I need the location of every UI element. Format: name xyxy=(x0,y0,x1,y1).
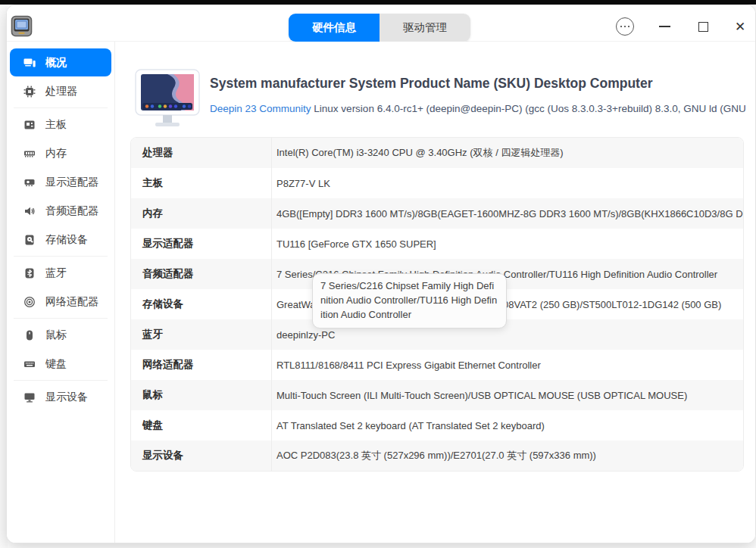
sidebar-item-overview[interactable]: 概况 xyxy=(10,48,111,76)
row-value: AT Translated Set 2 keyboard (AT Transla… xyxy=(271,410,743,441)
sidebar-item-label: 显示设备 xyxy=(45,391,88,404)
sidebar-divider xyxy=(14,318,108,319)
sidebar-item-label: 音频适配器 xyxy=(45,204,98,218)
row-value: Intel(R) Core(TM) i3-3240 CPU @ 3.40GHz … xyxy=(271,138,743,168)
sidebar-item-display-adapter[interactable]: 显示适配器 xyxy=(10,168,111,196)
device-manager-app-icon xyxy=(11,15,33,37)
row-label: 处理器 xyxy=(131,138,271,168)
row-label: 音频适配器 xyxy=(131,259,271,289)
table-row-memory[interactable]: 内存 4GB([Empty] DDR3 1600 MT/s)/8GB(EAGET… xyxy=(131,198,743,229)
table-row-processor[interactable]: 处理器 Intel(R) Core(TM) i3-3240 CPU @ 3.40… xyxy=(131,138,743,168)
maximize-icon[interactable] xyxy=(693,17,713,36)
sidebar-item-label: 网络适配器 xyxy=(45,295,98,309)
minimize-icon[interactable] xyxy=(654,17,674,36)
sidebar-divider xyxy=(14,256,108,257)
ellipsis-menu-icon[interactable] xyxy=(615,17,635,36)
row-label: 蓝牙 xyxy=(131,319,271,350)
row-label: 内存 xyxy=(131,198,271,229)
table-row-motherboard[interactable]: 主板 P8Z77-V LK xyxy=(131,168,743,198)
sidebar-item-label: 存储设备 xyxy=(45,233,88,247)
row-value: 4GB([Empty] DDR3 1600 MT/s)/8GB(EAGET-16… xyxy=(271,198,743,229)
close-icon[interactable]: ✕ xyxy=(730,17,750,36)
monitor-icon xyxy=(23,391,36,403)
tab-driver-management[interactable]: 驱动管理 xyxy=(380,14,470,42)
sidebar-item-network-adapter[interactable]: 网络适配器 xyxy=(10,288,111,316)
sidebar-item-label: 内存 xyxy=(45,147,67,160)
sidebar-item-mouse[interactable]: 鼠标 xyxy=(10,321,111,349)
storage-icon xyxy=(23,234,36,246)
row-label: 显示设备 xyxy=(131,441,271,471)
row-label: 显示适配器 xyxy=(131,229,271,259)
row-value: P8Z77-V LK xyxy=(271,168,743,198)
os-kernel-text: Linux version 6.4.0-rc1+ (deepin@deepin-… xyxy=(314,103,749,114)
sidebar-item-processor[interactable]: 处理器 xyxy=(10,77,111,105)
os-edition-link[interactable]: Deepin 23 Community xyxy=(210,103,311,114)
mode-tab-group: 硬件信息 驱动管理 xyxy=(289,14,470,42)
sidebar-item-label: 显示适配器 xyxy=(45,176,98,189)
row-label: 主板 xyxy=(131,168,271,198)
sidebar-item-display-device[interactable]: 显示设备 xyxy=(10,383,111,411)
sidebar-item-memory[interactable]: 内存 xyxy=(10,139,111,167)
titlebar[interactable]: 硬件信息 驱动管理 ✕ xyxy=(7,5,755,42)
row-value: Multi-Touch Screen (ILI Multi-Touch Scre… xyxy=(271,380,743,410)
sidebar-item-keyboard[interactable]: 键盘 xyxy=(10,350,111,378)
table-row-mouse[interactable]: 鼠标 Multi-Touch Screen (ILI Multi-Touch S… xyxy=(131,380,743,410)
row-value: RTL8111/8168/8411 PCI Express Gigabit Et… xyxy=(271,350,743,380)
row-value: TU116 [GeForce GTX 1650 SUPER] xyxy=(271,229,743,259)
mouse-icon xyxy=(23,329,36,341)
sidebar-item-label: 蓝牙 xyxy=(45,266,67,280)
table-row-network-adapter[interactable]: 网络适配器 RTL8111/8168/8411 PCI Express Giga… xyxy=(131,350,743,380)
page-title: System manufacturer System Product Name … xyxy=(210,76,748,92)
device-manager-window: 硬件信息 驱动管理 ✕ 概况 xyxy=(6,5,756,543)
audio-adapter-tooltip: 7 Series/C216 Chipset Family High Defini… xyxy=(312,273,507,328)
sidebar-item-label: 处理器 xyxy=(45,85,77,98)
row-label: 网络适配器 xyxy=(131,350,271,380)
cpu-icon xyxy=(23,86,36,98)
sidebar-item-motherboard[interactable]: 主板 xyxy=(10,111,111,139)
sidebar-item-label: 键盘 xyxy=(45,357,67,371)
sidebar-item-audio-adapter[interactable]: 音频适配器 xyxy=(10,197,111,225)
row-label: 键盘 xyxy=(131,410,271,441)
row-label: 存储设备 xyxy=(131,289,271,319)
keyboard-icon xyxy=(23,358,36,370)
network-icon xyxy=(23,296,36,308)
sidebar-divider xyxy=(14,107,108,108)
sidebar-item-bluetooth[interactable]: 蓝牙 xyxy=(10,259,111,287)
sidebar-item-label: 鼠标 xyxy=(45,328,67,342)
table-row-keyboard[interactable]: 键盘 AT Translated Set 2 keyboard (AT Tran… xyxy=(131,410,743,441)
overview-icon xyxy=(23,57,36,69)
row-value: AOC P2D083(23.8 英寸 (527x296 mm))/E2701(2… xyxy=(271,441,743,471)
sidebar-item-label: 概况 xyxy=(45,56,67,70)
sidebar: 概况 处理器 主板 xyxy=(7,42,115,543)
memory-icon xyxy=(23,148,36,160)
gpu-icon xyxy=(23,176,36,188)
sidebar-item-storage[interactable]: 存储设备 xyxy=(10,226,111,254)
tab-hardware-info[interactable]: 硬件信息 xyxy=(289,14,380,42)
table-row-display-device[interactable]: 显示设备 AOC P2D083(23.8 英寸 (527x296 mm))/E2… xyxy=(131,441,743,471)
table-row-display-adapter[interactable]: 显示适配器 TU116 [GeForce GTX 1650 SUPER] xyxy=(131,229,743,259)
motherboard-icon xyxy=(23,119,36,131)
computer-hero-image xyxy=(134,69,201,129)
sidebar-item-label: 主板 xyxy=(45,118,67,132)
bluetooth-icon xyxy=(23,267,36,279)
row-label: 鼠标 xyxy=(131,380,271,410)
os-info-line: Deepin 23 Community Linux version 6.4.0-… xyxy=(210,103,749,114)
speaker-icon xyxy=(23,205,36,217)
sidebar-divider xyxy=(14,380,108,381)
storage-value-right: 08VAT2 (250 GB)/ST500LT012-1DG142 (500 G… xyxy=(503,289,721,319)
